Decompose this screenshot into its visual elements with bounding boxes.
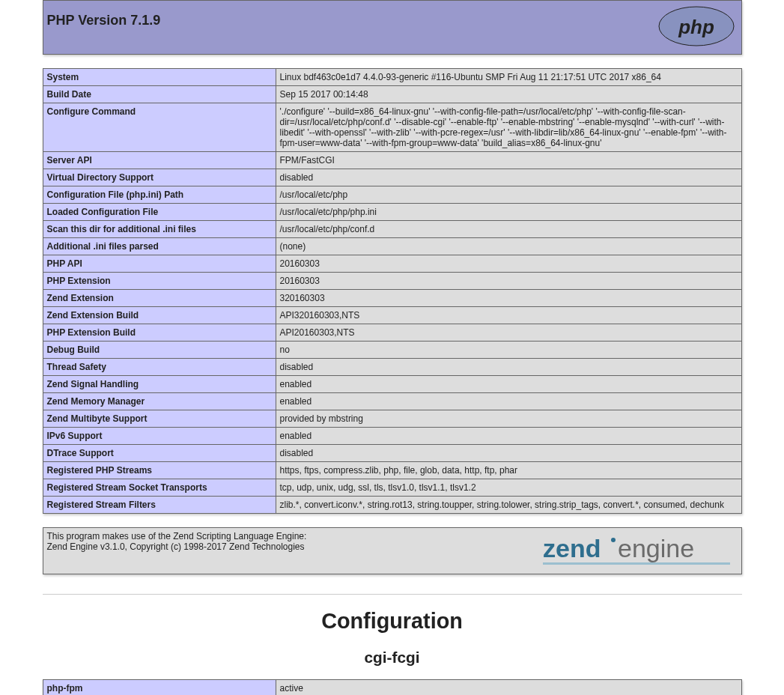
info-value: enabled (276, 393, 741, 410)
table-row: Configure Command'./configure' '--build=… (43, 103, 741, 152)
info-value: 20160303 (276, 255, 741, 273)
info-value: disabled (276, 169, 741, 186)
cgi-fcgi-table: php-fpmactive (43, 679, 742, 695)
info-key: Debug Build (43, 342, 276, 359)
table-row: Additional .ini files parsed(none) (43, 238, 741, 255)
info-value: tcp, udp, unix, udg, ssl, tls, tlsv1.0, … (276, 479, 741, 497)
info-value: /usr/local/etc/php (276, 186, 741, 204)
info-key: Configuration File (php.ini) Path (43, 186, 276, 204)
table-row: Registered Stream Socket Transportstcp, … (43, 479, 741, 497)
info-value: API320160303,NTS (276, 307, 741, 324)
info-value: API20160303,NTS (276, 324, 741, 342)
info-key: System (43, 69, 276, 86)
table-row: Zend Memory Managerenabled (43, 393, 741, 410)
php-logo-link[interactable]: php (655, 4, 738, 51)
table-row: Build DateSep 15 2017 00:14:48 (43, 86, 741, 103)
info-value: enabled (276, 376, 741, 393)
info-value: enabled (276, 428, 741, 445)
module-anchor-cgi-fcgi[interactable]: cgi-fcgi (365, 649, 420, 666)
info-value: './configure' '--build=x86_64-linux-gnu'… (276, 103, 741, 152)
zend-text-line1: This program makes use of the Zend Scrip… (47, 531, 307, 541)
info-value: disabled (276, 359, 741, 376)
page-title: PHP Version 7.1.9 (47, 13, 738, 28)
info-value: 20160303 (276, 273, 741, 290)
info-key: Additional .ini files parsed (43, 238, 276, 255)
table-row: PHP API20160303 (43, 255, 741, 273)
zend-text-line2: Zend Engine v3.1.0, Copyright (c) 1998-2… (47, 541, 305, 552)
zend-box: zend engine This program makes use of th… (43, 527, 742, 574)
info-value: zlib.*, convert.iconv.*, string.rot13, s… (276, 497, 741, 514)
info-value: /usr/local/etc/php/conf.d (276, 221, 741, 238)
info-key: Zend Memory Manager (43, 393, 276, 410)
configuration-heading: Configuration (43, 609, 742, 634)
info-value: (none) (276, 238, 741, 255)
info-key: Zend Multibyte Support (43, 410, 276, 428)
table-row: Thread Safetydisabled (43, 359, 741, 376)
table-row: Zend Extension BuildAPI320160303,NTS (43, 307, 741, 324)
info-value: disabled (276, 445, 741, 462)
table-row: Registered Stream Filterszlib.*, convert… (43, 497, 741, 514)
table-row: Zend Multibyte Supportprovided by mbstri… (43, 410, 741, 428)
cfg-key: php-fpm (43, 679, 276, 695)
info-key: Zend Extension (43, 290, 276, 307)
table-row: Debug Buildno (43, 342, 741, 359)
table-row: Virtual Directory Supportdisabled (43, 169, 741, 186)
info-value: provided by mbstring (276, 410, 741, 428)
info-key: Build Date (43, 86, 276, 103)
divider (43, 594, 742, 595)
svg-point-3 (611, 538, 616, 542)
info-value: no (276, 342, 741, 359)
info-key: DTrace Support (43, 445, 276, 462)
info-value: FPM/FastCGI (276, 152, 741, 169)
table-row: PHP Extension BuildAPI20160303,NTS (43, 324, 741, 342)
module-heading-cgi-fcgi: cgi-fcgi (43, 649, 742, 667)
table-row: Zend Signal Handlingenabled (43, 376, 741, 393)
info-table: SystemLinux bdf463c0e1d7 4.4.0-93-generi… (43, 68, 742, 514)
info-key: PHP API (43, 255, 276, 273)
svg-text:zend: zend (543, 534, 601, 562)
zend-logo-link[interactable]: zend engine (543, 531, 738, 571)
table-row: IPv6 Supportenabled (43, 428, 741, 445)
info-key: Virtual Directory Support (43, 169, 276, 186)
info-value: 320160303 (276, 290, 741, 307)
info-key: Zend Signal Handling (43, 376, 276, 393)
info-key: Loaded Configuration File (43, 204, 276, 221)
table-row: php-fpmactive (43, 679, 741, 695)
svg-text:engine: engine (618, 534, 694, 562)
info-key: Registered Stream Socket Transports (43, 479, 276, 497)
info-key: IPv6 Support (43, 428, 276, 445)
table-row: Zend Extension320160303 (43, 290, 741, 307)
table-row: Registered PHP Streamshttps, ftps, compr… (43, 462, 741, 479)
info-value: Linux bdf463c0e1d7 4.4.0-93-generic #116… (276, 69, 741, 86)
info-key: Scan this dir for additional .ini files (43, 221, 276, 238)
cfg-value: active (276, 679, 741, 695)
table-row: Loaded Configuration File/usr/local/etc/… (43, 204, 741, 221)
info-key: Server API (43, 152, 276, 169)
table-row: DTrace Supportdisabled (43, 445, 741, 462)
info-value: Sep 15 2017 00:14:48 (276, 86, 741, 103)
info-key: Configure Command (43, 103, 276, 152)
table-row: Server APIFPM/FastCGI (43, 152, 741, 169)
info-key: Registered Stream Filters (43, 497, 276, 514)
table-row: Scan this dir for additional .ini files/… (43, 221, 741, 238)
info-key: Zend Extension Build (43, 307, 276, 324)
zend-engine-icon: zend engine (543, 531, 738, 568)
header-table: php PHP Version 7.1.9 (43, 0, 742, 55)
table-row: Configuration File (php.ini) Path/usr/lo… (43, 186, 741, 204)
info-value: /usr/local/etc/php/php.ini (276, 204, 741, 221)
info-key: PHP Extension Build (43, 324, 276, 342)
php-icon: php (655, 4, 738, 49)
info-key: PHP Extension (43, 273, 276, 290)
info-value: https, ftps, compress.zlib, php, file, g… (276, 462, 741, 479)
table-row: SystemLinux bdf463c0e1d7 4.4.0-93-generi… (43, 69, 741, 86)
svg-text:php: php (678, 16, 714, 38)
svg-rect-5 (543, 562, 730, 565)
info-key: Thread Safety (43, 359, 276, 376)
info-key: Registered PHP Streams (43, 462, 276, 479)
table-row: PHP Extension20160303 (43, 273, 741, 290)
